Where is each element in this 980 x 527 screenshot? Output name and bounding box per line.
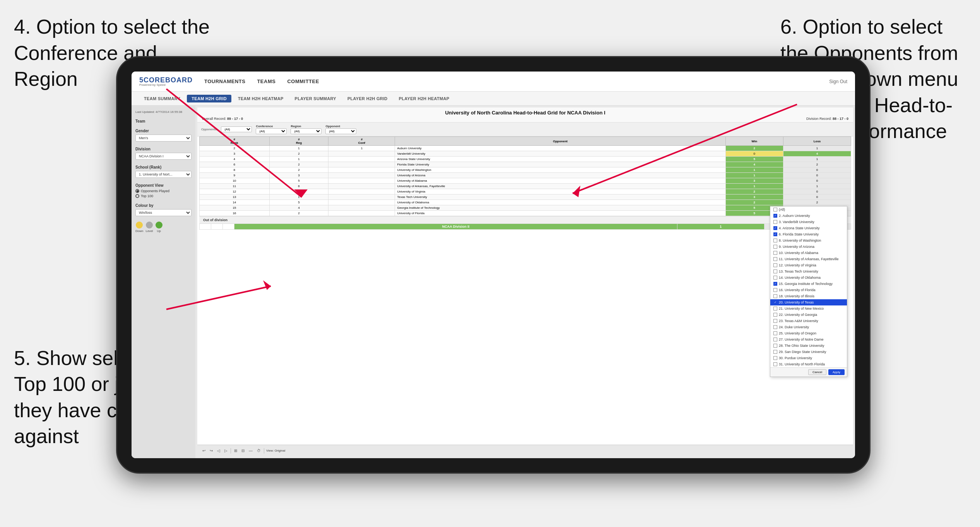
- dropdown-checkbox[interactable]: [773, 362, 777, 366]
- dropdown-checkbox[interactable]: [773, 245, 777, 249]
- toolbar-clock[interactable]: ⏱: [256, 448, 262, 453]
- cancel-button[interactable]: Cancel: [808, 369, 826, 375]
- dropdown-checkbox[interactable]: [773, 344, 777, 348]
- dropdown-checkbox[interactable]: [773, 257, 777, 261]
- dropdown-item[interactable]: (All): [770, 206, 847, 213]
- dropdown-item[interactable]: 9. University of Arizona: [770, 244, 847, 250]
- tablet-screen: 5COREBOARD Powered by Speed TOURNAMENTS …: [132, 72, 855, 458]
- dropdown-checkbox[interactable]: [773, 307, 777, 310]
- dropdown-item[interactable]: 27. University of Notre Dame: [770, 336, 847, 343]
- dropdown-item[interactable]: 31. University of North Florida: [770, 361, 847, 367]
- dropdown-checkbox[interactable]: ✓: [773, 232, 777, 236]
- radio-top100[interactable]: Top 100: [135, 194, 192, 198]
- tab-team-h2h-grid[interactable]: TEAM H2H GRID: [187, 95, 231, 102]
- school-select[interactable]: 1. University of Nort...: [135, 171, 192, 178]
- toolbar-back[interactable]: ◁: [216, 448, 221, 453]
- dropdown-checkbox[interactable]: [773, 239, 777, 242]
- dropdown-item[interactable]: 3. Vanderbilt University: [770, 219, 847, 225]
- table-row: 14 5 University of Oklahoma 2 2: [200, 200, 851, 205]
- toolbar-copy[interactable]: ⊞: [233, 448, 238, 453]
- dropdown-checkbox[interactable]: [773, 331, 777, 335]
- dropdown-checkbox[interactable]: ✓: [773, 282, 777, 286]
- dropdown-checkbox[interactable]: [773, 294, 777, 298]
- table-row: 13 1 Texas Tech University 3 0: [200, 194, 851, 200]
- radio-opponents-played[interactable]: Opponents Played: [135, 189, 192, 193]
- dropdown-checkbox[interactable]: ✓: [773, 214, 777, 218]
- legend-level: Level: [145, 222, 153, 233]
- dropdown-item[interactable]: 12. University of Virginia: [770, 262, 847, 268]
- opponent-view-label: Opponent View: [135, 183, 192, 188]
- dropdown-checkbox[interactable]: ✓: [773, 300, 777, 304]
- tab-player-h2h-grid[interactable]: PLAYER H2H GRID: [343, 95, 392, 102]
- dropdown-item[interactable]: 14. University of Oklahoma: [770, 275, 847, 281]
- toolbar-forward[interactable]: ▷: [223, 448, 229, 453]
- opponent-select[interactable]: (All): [325, 128, 356, 134]
- gender-label: Gender: [135, 129, 192, 133]
- toolbar-undo[interactable]: ↩: [201, 448, 207, 453]
- dropdown-item[interactable]: 29. San Diego State University: [770, 349, 847, 355]
- gender-select[interactable]: Men's: [135, 135, 192, 142]
- toolbar-redo[interactable]: ↪: [209, 448, 214, 453]
- dropdown-checkbox[interactable]: [773, 251, 777, 255]
- colour-select[interactable]: Win/loss: [135, 209, 192, 216]
- dropdown-checkbox[interactable]: [773, 276, 777, 280]
- dropdown-item[interactable]: ✓15. Georgia Institute of Technology: [770, 281, 847, 287]
- dropdown-item[interactable]: 24. Duke University: [770, 324, 847, 330]
- dropdown-item[interactable]: ✓20. University of Texas: [770, 299, 847, 305]
- logo: 5COREBOARD Powered by Speed: [139, 77, 193, 87]
- division-select[interactable]: NCAA Division I: [135, 153, 192, 160]
- region-select[interactable]: (All): [291, 128, 322, 134]
- colour-label: Colour by: [135, 203, 192, 208]
- nav-teams[interactable]: TEAMS: [257, 78, 275, 85]
- nav-sign-out[interactable]: Sign Out: [829, 79, 847, 84]
- report-records: Overall Record: 89 - 17 - 0 Division Rec…: [202, 117, 848, 121]
- dropdown-item[interactable]: 28. The Ohio State University: [770, 343, 847, 349]
- dropdown-checkbox[interactable]: [773, 208, 777, 211]
- dropdown-item[interactable]: 21. University of New Mexico: [770, 305, 847, 312]
- col-rank: #Rank: [200, 137, 270, 146]
- nav-committee[interactable]: COMMITTEE: [287, 78, 319, 85]
- dropdown-checkbox[interactable]: [773, 263, 777, 267]
- dropdown-item[interactable]: 10. University of Alabama: [770, 250, 847, 256]
- conference-select[interactable]: (All): [256, 128, 287, 134]
- opponents-select[interactable]: (All): [221, 126, 252, 132]
- dropdown-item[interactable]: 13. Texas Tech University: [770, 268, 847, 275]
- conference-filter: Conference (All): [256, 125, 287, 134]
- division-label: Division: [135, 147, 192, 151]
- tab-player-summary[interactable]: PLAYER SUMMARY: [290, 95, 341, 102]
- opponent-dropdown[interactable]: (All)✓2. Auburn University3. Vanderbilt …: [770, 206, 847, 377]
- toolbar-dash[interactable]: —: [248, 448, 254, 453]
- dropdown-checkbox[interactable]: [773, 325, 777, 329]
- dropdown-item[interactable]: 25. University of Oregon: [770, 330, 847, 336]
- table-row: 10 5 University of Alabama 3 0: [200, 178, 851, 184]
- dropdown-checkbox[interactable]: [773, 288, 777, 292]
- apply-button[interactable]: Apply: [828, 369, 845, 375]
- dropdown-item[interactable]: 11. University of Arkansas, Fayetteville: [770, 256, 847, 262]
- dropdown-checkbox[interactable]: [773, 220, 777, 224]
- nav-tournaments[interactable]: TOURNAMENTS: [204, 78, 245, 85]
- dropdown-checkbox[interactable]: [773, 319, 777, 323]
- legend-down-circle: [136, 222, 143, 229]
- dropdown-item[interactable]: 30. Purdue University: [770, 355, 847, 361]
- dropdown-item[interactable]: 16. University of Florida: [770, 287, 847, 293]
- report-title: University of North Carolina Head-to-Hea…: [202, 110, 848, 116]
- dropdown-item[interactable]: 23. Texas A&M University: [770, 318, 847, 324]
- tab-team-summary[interactable]: TEAM SUMMARY: [139, 95, 185, 102]
- dropdown-checkbox[interactable]: [773, 350, 777, 354]
- dropdown-item[interactable]: 8. University of Washington: [770, 237, 847, 244]
- dropdown-item[interactable]: 22. University of Georgia: [770, 312, 847, 318]
- dropdown-checkbox[interactable]: [773, 356, 777, 360]
- div2-win: 1: [677, 224, 764, 230]
- dropdown-checkbox[interactable]: [773, 338, 777, 341]
- dropdown-checkbox[interactable]: ✓: [773, 226, 777, 230]
- toolbar-paste[interactable]: ⊟: [240, 448, 246, 453]
- tab-team-h2h-heatmap[interactable]: TEAM H2H HEATMAP: [233, 95, 288, 102]
- dropdown-item[interactable]: ✓6. Florida State University: [770, 231, 847, 237]
- tab-player-h2h-heatmap[interactable]: PLAYER H2H HEATMAP: [394, 95, 454, 102]
- dropdown-item[interactable]: 18. University of Illinois: [770, 293, 847, 299]
- dropdown-item[interactable]: ✓4. Arizona State University: [770, 225, 847, 231]
- table-row: 3 2 Vanderbilt University 0 4: [200, 151, 851, 157]
- dropdown-item[interactable]: ✓2. Auburn University: [770, 213, 847, 219]
- dropdown-checkbox[interactable]: [773, 269, 777, 273]
- dropdown-checkbox[interactable]: [773, 313, 777, 317]
